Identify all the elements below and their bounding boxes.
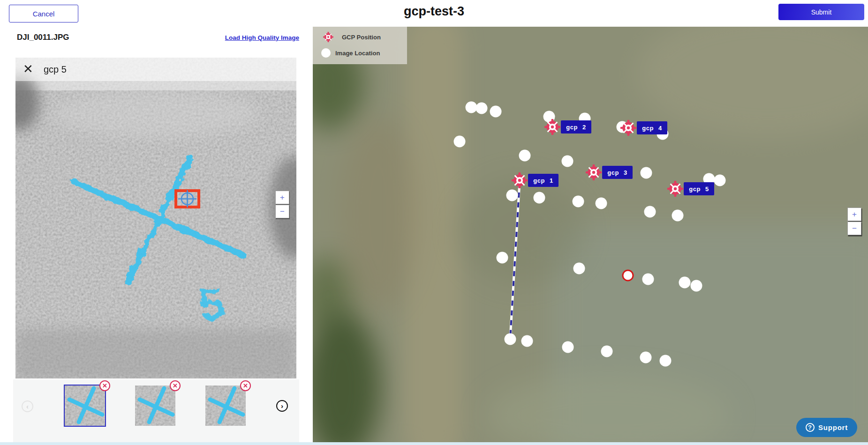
thumbnail-2[interactable]: ✕: [135, 386, 175, 426]
viewer-gcp-tag: gcp 5: [44, 64, 67, 75]
image-location-dot[interactable]: [505, 334, 516, 345]
viewer-zoom-in-button[interactable]: +: [275, 191, 289, 204]
top-bar: Cancel gcp-test-3 Submit: [0, 0, 868, 27]
support-label: Support: [818, 423, 848, 431]
image-location-dot[interactable]: [562, 341, 574, 353]
load-high-quality-link[interactable]: Load High Quality Image: [225, 34, 299, 41]
map-terrain-patch: [339, 116, 418, 312]
thumbnail-1-delete-icon[interactable]: ✕: [99, 380, 110, 391]
image-location-dot[interactable]: [644, 206, 656, 218]
gcp-position-icon: [323, 32, 333, 42]
gcp-marker-icon-gcp-4[interactable]: [620, 120, 636, 136]
legend-gcp-row: GCP Position: [323, 32, 381, 42]
gcp-marker-label-gcp-4[interactable]: gcp 4: [637, 121, 667, 134]
image-filename: DJI_0011.JPG: [17, 33, 69, 42]
gcp-marker-label-gcp-1[interactable]: gcp 1: [528, 174, 559, 187]
image-location-dot[interactable]: [660, 355, 672, 367]
image-location-dot[interactable]: [691, 280, 702, 292]
image-location-dot[interactable]: [601, 346, 613, 357]
image-location-dot[interactable]: [497, 252, 508, 264]
legend-image-row: Image Location: [321, 48, 380, 58]
image-viewer[interactable]: 5 ✕ gcp 5 + −: [15, 58, 296, 378]
gcp-marker-label-gcp-3[interactable]: gcp 3: [602, 166, 633, 179]
image-location-dot[interactable]: [521, 335, 533, 347]
image-header: DJI_0011.JPG Load High Quality Image: [17, 27, 299, 48]
thumbnail-strip: ‹ ✕ ✕ ✕ ›: [13, 379, 299, 442]
gcp-marker-label-gcp-2[interactable]: gcp 2: [561, 120, 591, 134]
thumbnail-3[interactable]: ✕: [205, 386, 246, 426]
image-location-dot[interactable]: [454, 136, 466, 148]
gcp-marker-icon-gcp-2[interactable]: [544, 119, 560, 135]
image-location-dot[interactable]: [490, 106, 502, 118]
app-root: Cancel gcp-test-3 Submit DJI_0011.JPG Lo…: [0, 0, 868, 445]
close-icon[interactable]: ✕: [23, 64, 33, 74]
page-bottom-scroll-band: [0, 442, 868, 445]
thumbnail-1[interactable]: ✕: [65, 386, 105, 426]
map-zoom-in-button[interactable]: +: [847, 208, 861, 221]
image-location-dot[interactable]: [506, 190, 518, 201]
gcp-marker-icon-gcp-1[interactable]: [512, 172, 528, 188]
image-location-dot[interactable]: [562, 156, 574, 167]
submit-button[interactable]: Submit: [778, 4, 864, 20]
image-location-dot[interactable]: [640, 352, 652, 363]
question-mark-icon: ?: [806, 423, 815, 432]
crosshair-icon: [174, 189, 200, 208]
map-zoom-controls: + −: [847, 208, 861, 235]
thumbnail-2-delete-icon[interactable]: ✕: [170, 380, 181, 391]
viewer-zoom-controls: + −: [275, 191, 289, 218]
image-location-dot[interactable]: [642, 274, 654, 285]
image-location-dot[interactable]: [672, 210, 684, 222]
legend-image-label: Image Location: [335, 50, 380, 57]
gcp-marker-icon-gcp-5[interactable]: [667, 181, 683, 197]
map[interactable]: gcp 1gcp 2gcp 3gcp 4gcp 5 GCP Position I…: [313, 27, 868, 442]
image-location-dot[interactable]: [476, 103, 488, 114]
viewer-header: ✕ gcp 5: [15, 58, 296, 81]
gcp-pin-marker[interactable]: [174, 189, 200, 208]
selected-image-location-dot[interactable]: [622, 270, 634, 282]
map-terrain-patch: [458, 177, 585, 284]
image-tagging-panel: DJI_0011.JPG Load High Quality Image 5: [0, 27, 313, 445]
image-location-dot[interactable]: [714, 175, 726, 186]
map-zoom-out-button[interactable]: −: [847, 222, 861, 235]
image-location-dot[interactable]: [574, 263, 585, 274]
gcp-marker-label-gcp-5[interactable]: gcp 5: [684, 182, 714, 195]
map-terrain-patch: [636, 27, 868, 139]
thumbnails-next-button[interactable]: ›: [276, 400, 288, 412]
page-title: gcp-test-3: [0, 4, 868, 19]
image-location-dot[interactable]: [573, 196, 584, 208]
map-legend: GCP Position Image Location: [313, 27, 407, 64]
legend-gcp-label: GCP Position: [342, 34, 381, 41]
image-location-dot[interactable]: [596, 198, 607, 209]
image-location-dot[interactable]: [534, 192, 545, 204]
map-vegetation-patch: [313, 312, 381, 442]
image-location-dot[interactable]: [641, 167, 652, 179]
drone-photo: 5: [15, 58, 296, 378]
image-location-dot[interactable]: [519, 150, 531, 162]
support-button[interactable]: ? Support: [796, 418, 857, 437]
thumbnail-3-delete-icon[interactable]: ✕: [240, 380, 251, 391]
gcp-marker-icon-gcp-3[interactable]: [586, 164, 602, 180]
viewer-zoom-out-button[interactable]: −: [275, 205, 289, 218]
image-location-dot[interactable]: [679, 277, 691, 289]
image-location-icon: [321, 48, 331, 58]
thumbnails-prev-button[interactable]: ‹: [22, 400, 33, 412]
